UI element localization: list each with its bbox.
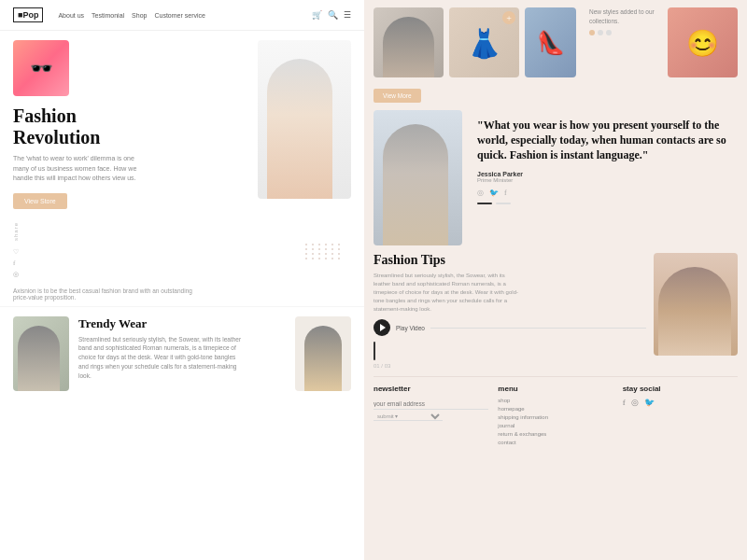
navigation: ■Pop About us Testimonial Shop Customer … [0,0,364,31]
right-panel: + New styles added to our collections. V… [364,0,747,560]
trendy-title: Trendy Wear [78,316,286,331]
hero-body-text: Axisnion is to be the best casual fashio… [0,287,205,306]
plus-button[interactable]: + [502,11,515,24]
play-triangle-icon [380,324,386,331]
nav-about[interactable]: About us [58,12,84,19]
top-model-image-1 [374,7,444,77]
carousel-dot-1[interactable] [589,30,595,35]
nav-shop[interactable]: Shop [132,12,147,19]
hero-section: Fashion Revolution The 'what to wear to … [0,31,364,287]
heart-icon[interactable]: ♡ [13,248,19,256]
quote-text: "What you wear is how you present yourse… [477,118,730,163]
menu-link-journal[interactable]: journal [498,423,613,428]
trendy-description: Streamlined but seriously stylish, the S… [78,335,247,381]
cart-icon[interactable]: 🛒 [312,10,322,20]
trendy-left-model [13,316,69,391]
menu-link-returns[interactable]: return & exchanges [498,431,613,437]
menu-links: shop homepage shipping information journ… [498,398,613,445]
quote-twitter-icon[interactable]: 🐦 [489,189,499,197]
menu-title: menu [498,385,613,393]
trendy-row: Trendy Wear Streamlined but seriously st… [13,316,351,391]
tips-title: Fashion Tips [374,253,646,268]
nav-customer[interactable]: Customer service [154,12,204,19]
quote-role: Prime Minister [477,177,730,183]
social-vertical: share ♡ f ◎ [13,222,248,278]
menu-link-contact[interactable]: contact [498,440,613,445]
footer-instagram-icon[interactable]: ◎ [631,398,639,407]
footer-section: newsletter submit ▾ menu shop homepage s… [374,376,738,445]
trendy-content: Trendy Wear Streamlined but seriously st… [78,316,286,381]
new-styles-text: New styles added to our collections. [589,7,662,26]
top-shoes-image-3 [525,7,576,77]
left-panel: ■Pop About us Testimonial Shop Customer … [0,0,364,560]
play-row: Play Video [374,319,646,336]
logo[interactable]: ■Pop [13,7,43,22]
quote-social-icons: ◎ 🐦 f [477,189,730,197]
menu-link-shop[interactable]: shop [498,398,613,403]
tips-nav: 01 / 03 [374,342,646,369]
nav-testimonial[interactable]: Testimonial [92,12,124,19]
tips-model-image [654,253,738,356]
footer-social: stay social f ◎ 🐦 [623,385,738,445]
newsletter-title: newsletter [374,385,488,393]
nav-indicator [374,342,375,360]
view-more-container: View More [374,85,738,103]
fashion-model-image [374,110,462,245]
social-title: stay social [623,385,738,393]
footer-newsletter: newsletter submit ▾ [374,385,488,445]
view-more-button[interactable]: View More [374,89,421,103]
right-face-image [668,7,738,77]
view-store-button[interactable]: View Store [13,193,67,209]
quote-instagram-icon[interactable]: ◎ [477,189,484,197]
nav-icons: 🛒 🔍 ☰ [312,10,351,20]
footer-social-icons: f ◎ 🐦 [623,398,738,407]
menu-link-shipping[interactable]: shipping information [498,414,613,420]
top-images-row: + New styles added to our collections. [374,7,738,77]
top-fashion-image-2: + [449,7,519,77]
quote-facebook-icon[interactable]: f [504,189,507,197]
quote-author: Jessica Parker [477,171,730,177]
carousel-line-1 [477,203,492,204]
footer-twitter-icon[interactable]: 🐦 [644,398,655,407]
hero-left: Fashion Revolution The 'what to wear to … [13,40,248,278]
social-icons: ♡ f ◎ [13,248,19,278]
play-progress-line [430,328,646,329]
quote-block: "What you wear is how you present yourse… [470,110,738,245]
instagram-icon[interactable]: ◎ [13,271,19,278]
tips-content: Fashion Tips Streamlined but seriously s… [374,253,646,369]
search-icon[interactable]: 🔍 [328,10,338,20]
nav-links: About us Testimonial Shop Customer servi… [58,12,204,19]
carousel-dots [477,203,730,204]
footer-facebook-icon[interactable]: f [623,398,626,407]
menu-link-homepage[interactable]: homepage [498,406,613,412]
trendy-section: Trendy Wear Streamlined but seriously st… [0,306,364,400]
menu-icon[interactable]: ☰ [344,10,351,20]
newsletter-submit-select[interactable]: submit ▾ [374,413,443,421]
hero-subtitle: The 'what to wear to work' dilemma is on… [13,154,144,184]
trendy-right-model [295,316,351,391]
share-label: share [13,222,19,241]
middle-section: "What you wear is how you present yourse… [374,110,738,245]
carousel-line-2 [496,203,511,204]
play-label: Play Video [396,325,425,331]
play-button[interactable] [374,319,390,336]
footer-menu: menu shop homepage shipping information … [498,385,613,445]
new-styles-block: New styles added to our collections. [582,7,662,77]
tips-description: Streamlined but seriously stylish, the S… [374,272,523,314]
hero-model-image [258,40,351,199]
carousel-dot-2[interactable] [598,30,603,35]
facebook-icon[interactable]: f [13,259,19,267]
fashion-tips-section: Fashion Tips Streamlined but seriously s… [374,253,738,369]
nav-label: 01 / 03 [374,363,646,369]
hero-sunglasses-image [13,40,69,96]
carousel-dot-3[interactable] [606,30,612,35]
dots-decoration [305,244,342,259]
newsletter-email-input[interactable] [374,399,488,410]
hero-title: Fashion Revolution [13,105,248,148]
